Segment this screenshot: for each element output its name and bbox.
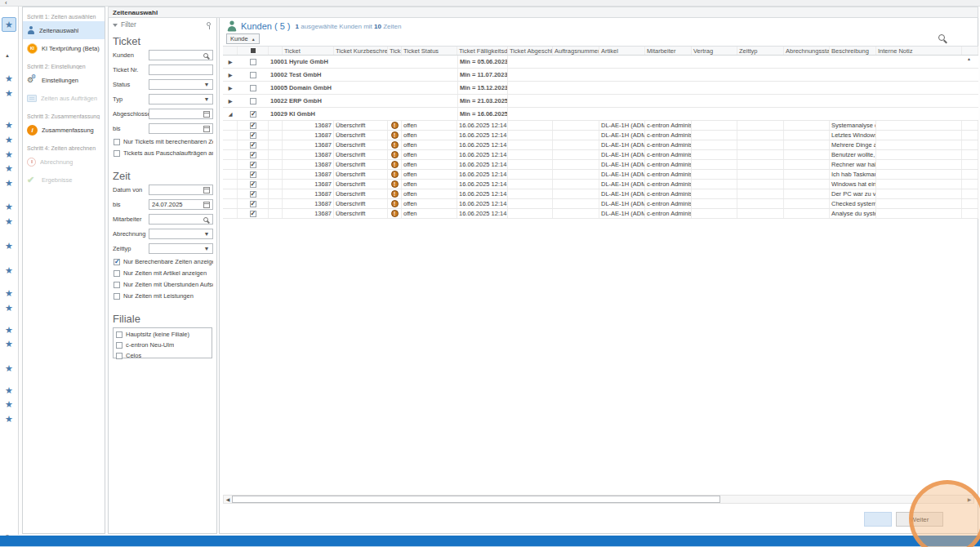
horizontal-scrollbar[interactable]: ◀ ▶: [223, 495, 974, 504]
group-checkbox[interactable]: [250, 85, 256, 91]
column-header-Ticket Fälligkeitsda...[interactable]: Ticket Fälligkeitsda...: [457, 47, 508, 55]
favorite-star-icon[interactable]: ★: [2, 338, 16, 349]
column-header-Ticket Abgeschloss...[interactable]: Ticket Abgeschloss...: [508, 47, 553, 55]
column-header-Ticket Kurzbeschrei...[interactable]: Ticket Kurzbeschrei...: [334, 47, 388, 55]
group-checkbox[interactable]: [250, 59, 256, 65]
scroll-left-icon[interactable]: ◀: [224, 496, 232, 502]
field-input[interactable]: ▼: [149, 229, 213, 239]
time-entry-row[interactable]: 13687Überschrift!offen16.06.2025 12:14DL…: [223, 121, 978, 131]
column-header-blank[interactable]: [238, 47, 269, 55]
checkbox-icon[interactable]: [116, 353, 122, 359]
column-header-Auftragsnummer[interactable]: Auftragsnummer: [553, 47, 599, 55]
favorite-star-icon[interactable]: ★: [2, 216, 16, 227]
column-header-Zeittyp[interactable]: Zeittyp: [737, 47, 784, 55]
scroll-right-icon[interactable]: ▶: [965, 496, 973, 502]
checkbox-icon[interactable]: [114, 259, 120, 265]
wizard-step-abrechnung[interactable]: Abrechnung: [23, 153, 105, 171]
time-entry-row[interactable]: 13687Überschrift!offen16.06.2025 12:14DL…: [223, 199, 978, 209]
filiale-option-celos[interactable]: Celos: [116, 352, 209, 359]
column-header-Interne Notiz[interactable]: Interne Notiz: [876, 47, 962, 55]
filter-checkbox-nur-zeiten-mit-berstunden-aufschl-gen[interactable]: Nur Zeiten mit Überstunden Aufschlägen: [114, 281, 213, 288]
checkbox-icon[interactable]: [114, 282, 120, 288]
column-header-Ticket[interactable]: Ticket: [283, 47, 334, 55]
wizard-step-einstellungen[interactable]: Einstellungen: [23, 71, 105, 89]
time-entry-row[interactable]: 13687Überschrift!offen16.06.2025 12:14DL…: [223, 189, 978, 199]
wizard-step-zusammenfassung[interactable]: iZusammenfassung: [23, 121, 105, 139]
column-header-Abrechnungsstatus[interactable]: Abrechnungsstatus: [784, 47, 830, 55]
favorite-star-icon[interactable]: ★: [2, 201, 16, 212]
field-input[interactable]: ▼: [149, 94, 213, 105]
favorite-star-icon[interactable]: ★: [2, 385, 16, 396]
search-icon[interactable]: [203, 53, 208, 58]
group-expander-icon[interactable]: ▶: [223, 56, 238, 68]
search-icon[interactable]: [938, 34, 945, 41]
field-input[interactable]: [149, 185, 213, 195]
column-header-blank[interactable]: [223, 47, 238, 55]
checkbox-icon[interactable]: [114, 150, 120, 157]
row-checkbox[interactable]: [250, 152, 256, 158]
calendar-icon[interactable]: [203, 202, 210, 208]
group-checkbox[interactable]: [250, 98, 256, 105]
favorite-star-icon[interactable]: ★: [2, 413, 16, 425]
favorite-star-icon[interactable]: ★: [2, 162, 16, 174]
wizard-step-zeiten-aus-auftr-gen[interactable]: Zeiten aus Aufträgen: [23, 89, 105, 107]
field-input[interactable]: [149, 50, 213, 60]
customer-group-row[interactable]: ▶10001 Hyrule GmbHMin = 05.06.2023...: [223, 56, 978, 69]
row-checkbox[interactable]: [250, 162, 256, 168]
group-expander-icon[interactable]: ▶: [223, 95, 238, 107]
time-entry-row[interactable]: 13687Überschrift!offen16.06.2025 12:14DL…: [223, 180, 978, 189]
favorite-star-icon[interactable]: ★: [2, 324, 16, 336]
field-input[interactable]: 24.07.2025: [149, 199, 213, 210]
customer-group-row[interactable]: ▶10022 ERP GmbHMin = 21.03.2025...: [223, 95, 978, 108]
row-checkbox[interactable]: [250, 191, 256, 198]
favorite-star-icon[interactable]: ★: [2, 265, 16, 276]
calendar-icon[interactable]: [203, 111, 210, 118]
time-entry-row[interactable]: 13687Überschrift!offen16.06.2025 12:14DL…: [223, 170, 978, 180]
group-expander-icon[interactable]: ▶: [223, 69, 238, 81]
time-entry-row[interactable]: 13687Überschrift!offen16.06.2025 12:14DL…: [223, 209, 978, 219]
checkbox-icon[interactable]: [114, 139, 120, 145]
weiter-button[interactable]: Weiter: [896, 512, 943, 527]
filiale-option-c-entron-neu-ulm[interactable]: c-entron Neu-Ulm: [116, 341, 209, 349]
calendar-icon[interactable]: [203, 187, 210, 193]
collapse-chevron-icon[interactable]: ‹: [5, 0, 7, 7]
favorite-star-icon[interactable]: ★: [2, 134, 16, 145]
row-checkbox[interactable]: [250, 122, 256, 129]
column-header-Ticket Status[interactable]: Ticket Status: [402, 47, 457, 55]
back-button[interactable]: [864, 512, 892, 527]
column-header-Beschreibung[interactable]: Beschreibung: [830, 47, 876, 55]
favorite-star-icon[interactable]: ★: [2, 119, 16, 131]
column-header-Mitarbeiter[interactable]: Mitarbeiter: [645, 47, 692, 55]
favorite-star-icon[interactable]: ★: [2, 398, 16, 410]
column-header-Vertrag[interactable]: Vertrag: [692, 47, 737, 55]
chevron-down-icon[interactable]: ▼: [203, 96, 210, 102]
favorite-star-selected[interactable]: ★: [2, 17, 16, 32]
column-header-Artikel[interactable]: Artikel: [599, 47, 645, 55]
row-checkbox[interactable]: [250, 201, 256, 207]
field-input[interactable]: [149, 123, 213, 134]
chevron-down-icon[interactable]: ▼: [203, 82, 210, 87]
filiale-option-hauptsitz-keine-filiale-[interactable]: Hauptsitz (keine Filiale): [116, 331, 209, 338]
filter-checkbox-nur-zeiten-mit-artikel-anzeigen[interactable]: Nur Zeiten mit Artikel anzeigen: [114, 269, 213, 277]
favorite-star-icon[interactable]: ★: [2, 287, 16, 299]
time-entry-row[interactable]: 13687Überschrift!offen16.06.2025 12:14DL…: [223, 140, 978, 150]
row-checkbox[interactable]: [250, 181, 256, 188]
column-header-blank[interactable]: [962, 47, 978, 55]
customer-group-row[interactable]: ◢10029 KI GmbHMin = 16.06.2025...: [223, 108, 978, 121]
scroll-up-icon[interactable]: ▲: [5, 53, 10, 58]
field-input[interactable]: [149, 109, 213, 119]
chevron-down-icon[interactable]: ▼: [203, 231, 210, 237]
favorite-star-icon[interactable]: ★: [2, 240, 16, 251]
favorite-star-icon[interactable]: ★: [2, 177, 16, 189]
calendar-icon[interactable]: [203, 126, 210, 132]
column-header-Tick...[interactable]: Tick...: [388, 47, 402, 55]
wizard-step-zeitenauswahl[interactable]: Zeitenauswahl: [23, 21, 105, 39]
filter-checkbox-nur-tickets-mit-berechenbaren-zeiten[interactable]: Nur Tickets mit berechenbaren Zeiten: [114, 138, 213, 145]
row-checkbox[interactable]: [250, 171, 256, 178]
scrollbar-thumb[interactable]: [232, 496, 720, 503]
filter-checkbox-nur-zeiten-mit-leistungen[interactable]: Nur Zeiten mit Leistungen: [114, 292, 213, 300]
field-input[interactable]: ▼: [149, 79, 213, 90]
checkbox-icon[interactable]: [116, 331, 122, 338]
field-input[interactable]: [149, 214, 213, 225]
search-icon[interactable]: [203, 217, 208, 222]
